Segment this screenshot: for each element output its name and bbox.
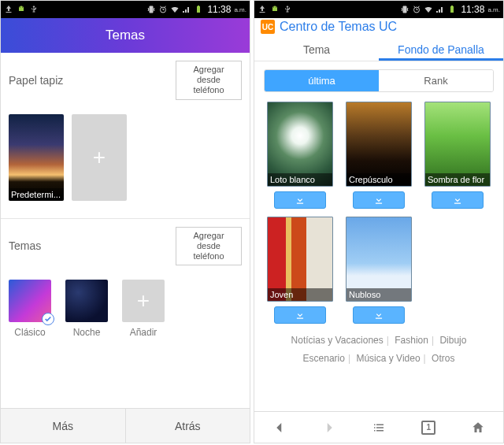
theme-classic-thumb (9, 280, 51, 322)
theme-night-label: Noche (73, 327, 101, 338)
segment-latest[interactable]: última (265, 70, 379, 91)
wallpaper-caption: Sombra de flor (425, 173, 490, 186)
wifi-icon (424, 5, 433, 14)
android-notif-icon (270, 5, 280, 14)
download-button[interactable] (353, 306, 405, 324)
status-ampm: a.m. (233, 6, 246, 13)
tabs-count-icon: 1 (421, 421, 435, 435)
wallpaper-thumb[interactable]: Sombra de flor (424, 102, 491, 187)
back-arrow-icon (272, 421, 287, 435)
download-notif-icon (4, 5, 13, 14)
svg-rect-3 (197, 6, 200, 13)
wallpaper-card-nubloso: Nubloso (343, 217, 415, 324)
wallpaper-card-crepusculo: Crepúsculo (343, 102, 415, 209)
download-icon (373, 195, 384, 206)
svg-point-1 (22, 7, 23, 8)
plus-icon: + (93, 146, 106, 169)
theme-classic-label: Clásico (14, 327, 45, 338)
battery-icon (194, 5, 203, 14)
svg-rect-4 (198, 6, 199, 6)
themes-section-title: Temas (9, 239, 41, 252)
browser-nav-bar: 1 (254, 411, 503, 443)
wallpaper-thumb[interactable]: Crepúsculo (346, 102, 412, 187)
alarm-icon (412, 5, 421, 14)
usb-notif-icon (29, 5, 39, 14)
wallpaper-caption: Crepúsculo (346, 173, 411, 186)
svg-point-6 (276, 7, 276, 8)
download-icon (373, 310, 384, 321)
svg-rect-8 (450, 6, 454, 13)
svg-point-0 (20, 7, 20, 8)
wallpaper-card-sombra: Sombra de flor (421, 102, 494, 209)
segment-control: última Rank (264, 69, 494, 92)
wallpaper-add-tile[interactable]: + (72, 114, 127, 201)
add-wallpaper-from-phone-button[interactable]: Agregar desde teléfono (176, 61, 242, 100)
signal-icon (435, 5, 445, 14)
wallpaper-section-title: Papel tapiz (9, 74, 63, 87)
menu-list-icon (372, 421, 386, 435)
wallpaper-thumb[interactable]: Loto blanco (267, 102, 333, 187)
phone-right-centro-temas: 11:38a.m. UC Centro de Temas UC Tema Fon… (254, 0, 504, 443)
themes-section: Temas Agregar desde teléfono Clásico Noc… (1, 219, 250, 350)
more-button[interactable]: Más (1, 409, 126, 443)
category-noticias[interactable]: Notícias y Vacaciones (291, 335, 384, 346)
wallpaper-caption: Nubloso (346, 288, 411, 301)
theme-item-night[interactable]: Noche (65, 280, 108, 338)
status-time: 11:38 (206, 4, 231, 15)
download-button[interactable] (353, 191, 405, 209)
bottom-bar: Más Atrás (1, 408, 250, 443)
plus-icon: + (137, 290, 150, 312)
nav-menu-button[interactable] (354, 412, 403, 443)
category-escenario[interactable]: Escenario (303, 353, 345, 364)
theme-item-classic[interactable]: Clásico (9, 280, 51, 338)
uc-badge-icon: UC (261, 20, 275, 34)
wallpaper-caption: Loto blanco (268, 173, 332, 186)
tab-tema[interactable]: Tema (254, 37, 379, 61)
download-icon (295, 195, 306, 206)
theme-add-label: Añadir (130, 327, 158, 338)
wifi-icon (170, 5, 180, 14)
wallpaper-thumb[interactable]: Nubloso (346, 217, 412, 302)
category-fashion[interactable]: Fashion (395, 335, 428, 346)
nav-forward-button[interactable] (304, 412, 354, 443)
tab-fondo[interactable]: Fondo de Panalla (379, 37, 503, 61)
wallpaper-section: Papel tapiz Agregar desde teléfono Prede… (1, 53, 250, 217)
top-tabs: Tema Fondo de Panalla (254, 37, 503, 61)
usb-notif-icon (283, 5, 292, 14)
theme-item-add[interactable]: + Añadir (122, 280, 165, 338)
signal-icon (182, 5, 191, 14)
theme-add-thumb: + (122, 280, 165, 322)
status-bar: 11:38a.m. (254, 1, 503, 18)
header-bar: Temas (1, 18, 250, 53)
download-button[interactable] (274, 191, 326, 209)
wallpaper-card-loto: Loto blanco (264, 102, 336, 209)
status-bar: 11:38a.m. (1, 1, 250, 18)
forward-arrow-icon (322, 421, 336, 435)
wallpaper-card-joven: Joven (264, 217, 336, 324)
wallpaper-thumb[interactable]: Joven (267, 217, 333, 302)
add-theme-from-phone-button[interactable]: Agregar desde teléfono (176, 227, 242, 266)
download-button[interactable] (432, 191, 484, 209)
category-dibujo[interactable]: Dibujo (439, 335, 466, 346)
alarm-icon (158, 5, 168, 14)
android-notif-icon (17, 5, 26, 14)
vibrate-icon (146, 5, 156, 14)
category-musica[interactable]: Música y Video (356, 353, 420, 364)
wallpaper-caption: Joven (268, 288, 332, 301)
nav-back-button[interactable] (254, 412, 304, 443)
category-otros[interactable]: Otros (432, 353, 454, 364)
segment-rank[interactable]: Rank (379, 70, 493, 91)
page-title-row: UC Centro de Temas UC (254, 18, 503, 34)
download-icon (452, 195, 463, 206)
wallpaper-default-label: Predetermi... (9, 188, 64, 201)
wallpaper-default-thumb[interactable]: Predetermi... (9, 114, 64, 201)
svg-rect-9 (451, 6, 453, 6)
download-button[interactable] (274, 306, 326, 324)
nav-tabs-button[interactable]: 1 (404, 412, 454, 443)
status-ampm: a.m. (487, 6, 500, 13)
download-notif-icon (258, 5, 267, 14)
header-title: Temas (106, 28, 145, 43)
home-icon (471, 421, 485, 435)
back-button[interactable]: Atrás (126, 409, 250, 443)
nav-home-button[interactable] (454, 412, 503, 443)
